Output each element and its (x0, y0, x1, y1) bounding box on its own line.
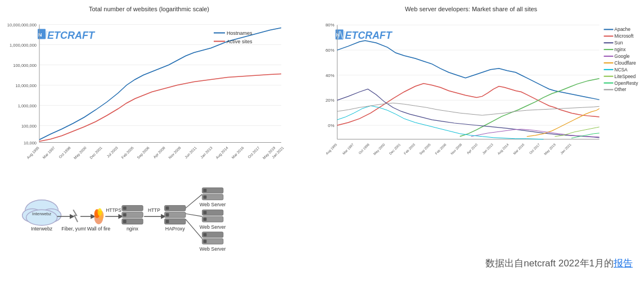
svg-text:Oct 2017: Oct 2017 (247, 146, 260, 159)
svg-text:Feb 2003: Feb 2003 (403, 143, 416, 155)
svg-rect-123 (166, 213, 169, 216)
svg-point-106 (97, 208, 102, 216)
svg-text:100,000,000: 100,000,000 (13, 63, 37, 68)
svg-rect-136 (203, 211, 206, 214)
svg-text:Jan 2021: Jan 2021 (560, 143, 572, 155)
svg-text:Jun 2011: Jun 2011 (184, 146, 197, 159)
svg-text:Sun: Sun (614, 40, 623, 46)
svg-text:Jul 2003: Jul 2003 (106, 146, 119, 158)
svg-text:Cloudflare: Cloudflare (614, 60, 636, 66)
svg-text:10,000,000,000: 10,000,000,000 (7, 22, 37, 28)
svg-text:HTTPS: HTTPS (106, 207, 121, 213)
network-diagram: Interwebz Interwebz Fiber, yum! Wall of … (11, 177, 354, 267)
svg-rect-132 (203, 196, 206, 199)
svg-rect-122 (166, 206, 169, 210)
svg-text:Jan 2013: Jan 2013 (200, 146, 213, 159)
svg-text:N: N (38, 32, 42, 38)
right-chart-container: Web server developers: Market share of a… (298, 0, 644, 163)
svg-line-127 (186, 214, 202, 216)
svg-text:Oct 2017: Oct 2017 (529, 143, 541, 155)
svg-text:ETCRAFT: ETCRAFT (345, 30, 393, 41)
svg-rect-131 (203, 189, 206, 192)
svg-text:HAProxy: HAProxy (165, 226, 185, 232)
left-chart-container: Total number of websites (logarithmic sc… (0, 0, 298, 163)
svg-rect-115 (123, 220, 127, 223)
svg-text:Aug 2014: Aug 2014 (497, 143, 510, 156)
svg-rect-113 (123, 206, 127, 210)
svg-text:Google: Google (614, 53, 629, 59)
svg-text:nginx: nginx (127, 226, 139, 232)
svg-text:Microsoft: Microsoft (614, 33, 634, 39)
svg-text:HTTP: HTTP (148, 207, 160, 213)
svg-rect-137 (203, 217, 206, 221)
svg-text:1,000,000: 1,000,000 (18, 103, 37, 108)
svg-text:NCSA: NCSA (614, 67, 628, 72)
svg-text:40%: 40% (326, 73, 335, 78)
svg-text:0%: 0% (328, 123, 334, 128)
svg-text:Sep 2005: Sep 2005 (419, 143, 432, 156)
svg-text:Web Server: Web Server (200, 224, 226, 230)
svg-text:OpenResty: OpenResty (614, 80, 638, 86)
svg-text:10,000: 10,000 (24, 140, 37, 146)
right-chart-svg: N N ETCRAFT 80% 60% 40% 20% 0% (304, 15, 638, 166)
right-chart-title: Web server developers: Market share of a… (304, 6, 638, 12)
svg-text:Mar 1997: Mar 1997 (42, 146, 56, 160)
source-text: 数据出自netcraft 2022年1月的报告 (485, 257, 633, 270)
svg-text:100,000: 100,000 (21, 124, 37, 129)
svg-text:Nov 2009: Nov 2009 (168, 146, 182, 160)
svg-text:Fiber, yum!: Fiber, yum! (61, 226, 86, 232)
svg-text:Interwebz: Interwebz (31, 226, 53, 232)
svg-rect-114 (123, 213, 127, 216)
svg-text:Dec 2001: Dec 2001 (89, 146, 103, 160)
svg-text:Feb 2006: Feb 2006 (435, 143, 447, 155)
charts-row: Total number of websites (logarithmic sc… (0, 0, 644, 163)
left-chart-title: Total number of websites (logarithmic sc… (6, 6, 292, 12)
svg-text:60%: 60% (326, 48, 335, 53)
svg-text:Dec 2001: Dec 2001 (389, 143, 402, 156)
svg-text:Sep 2006: Sep 2006 (136, 146, 151, 160)
svg-text:Apr 2010: Apr 2010 (466, 143, 479, 155)
source-link[interactable]: 报告 (614, 258, 633, 269)
bottom-row: Interwebz Interwebz Fiber, yum! Wall of … (0, 163, 644, 281)
main-container: Total number of websites (logarithmic sc… (0, 0, 644, 281)
svg-text:Feb 2005: Feb 2005 (120, 146, 134, 160)
svg-rect-124 (166, 220, 169, 223)
svg-text:Hostnames: Hostnames (227, 30, 253, 36)
svg-text:Mar 2016: Mar 2016 (231, 146, 245, 160)
svg-text:nginx: nginx (614, 47, 626, 52)
svg-text:N: N (337, 29, 346, 41)
svg-text:10,000,000: 10,000,000 (15, 83, 37, 88)
svg-text:May 2019: May 2019 (543, 143, 556, 156)
svg-text:Web Server: Web Server (200, 202, 226, 207)
svg-text:Oct 1998: Oct 1998 (58, 146, 71, 159)
svg-text:80%: 80% (326, 22, 335, 28)
diagram-section: Interwebz Interwebz Fiber, yum! Wall of … (0, 163, 366, 281)
svg-text:Web Server: Web Server (200, 246, 226, 252)
svg-text:Mar 2016: Mar 2016 (512, 143, 525, 155)
svg-text:Active sites: Active sites (227, 39, 253, 44)
svg-rect-142 (203, 239, 206, 243)
svg-text:Mar 1997: Mar 1997 (342, 143, 354, 155)
source-section: 数据出自netcraft 2022年1月的报告 (366, 163, 644, 281)
svg-text:20%: 20% (326, 98, 335, 103)
svg-text:Aug 1995: Aug 1995 (26, 146, 40, 160)
svg-text:Apache: Apache (614, 26, 631, 32)
svg-text:Interwebz: Interwebz (32, 211, 51, 216)
svg-text:May 2000: May 2000 (73, 146, 88, 160)
svg-text:Nov 2008: Nov 2008 (450, 143, 463, 156)
svg-text:Other: Other (614, 87, 626, 92)
left-chart-svg: N ETCRAFT N 10,000,000,000 1,000,000,000… (6, 15, 292, 166)
svg-text:Aug 1995: Aug 1995 (325, 143, 338, 156)
svg-text:Jan 2013: Jan 2013 (481, 143, 494, 155)
svg-text:Aug 2014: Aug 2014 (215, 146, 229, 160)
svg-text:May 2000: May 2000 (373, 143, 386, 156)
svg-text:1,000,000,000: 1,000,000,000 (10, 43, 37, 48)
svg-text:ETCRAFT: ETCRAFT (47, 30, 96, 41)
svg-rect-141 (203, 233, 206, 237)
svg-text:Oct 1998: Oct 1998 (358, 143, 370, 155)
svg-text:Apr 2008: Apr 2008 (152, 146, 166, 160)
svg-text:Wall of fire: Wall of fire (87, 226, 111, 232)
svg-text:LiteSpeed: LiteSpeed (614, 74, 636, 79)
